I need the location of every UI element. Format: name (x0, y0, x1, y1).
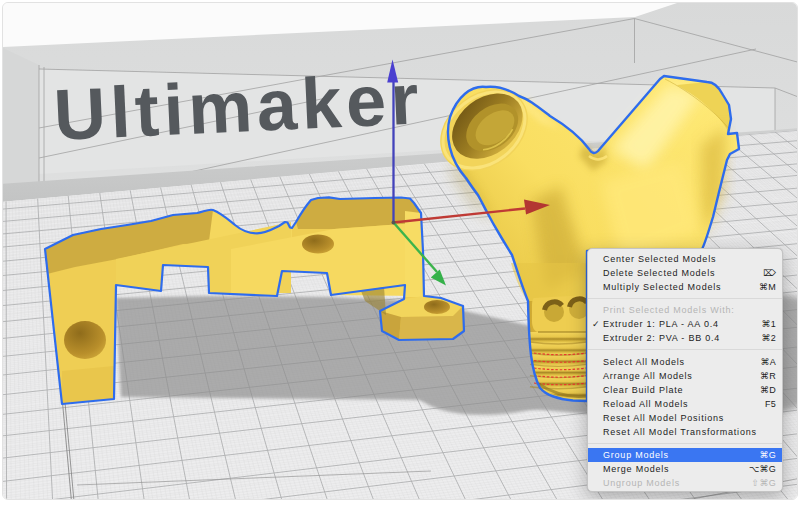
svg-text:Ultimaker: Ultimaker (52, 58, 425, 155)
